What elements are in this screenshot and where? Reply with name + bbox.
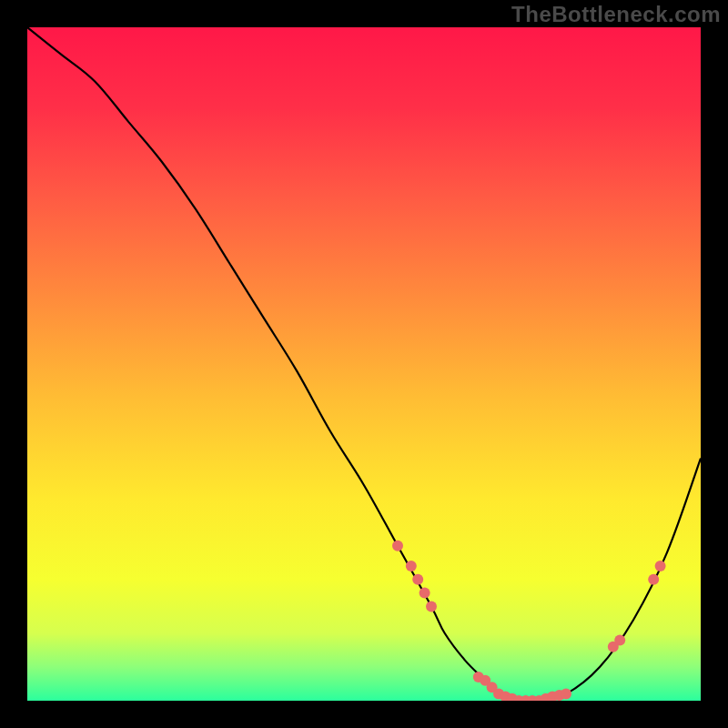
chart-frame: TheBottleneck.com xyxy=(0,0,728,728)
data-point xyxy=(392,541,403,551)
data-point xyxy=(561,689,571,700)
data-point xyxy=(406,561,417,571)
data-point xyxy=(426,601,437,612)
data-point xyxy=(655,561,666,571)
data-point xyxy=(648,574,659,585)
data-point xyxy=(412,574,423,585)
data-points xyxy=(27,27,701,701)
watermark-text: TheBottleneck.com xyxy=(511,2,721,27)
data-point xyxy=(420,588,430,599)
data-point xyxy=(614,634,625,645)
plot-area xyxy=(27,27,701,701)
